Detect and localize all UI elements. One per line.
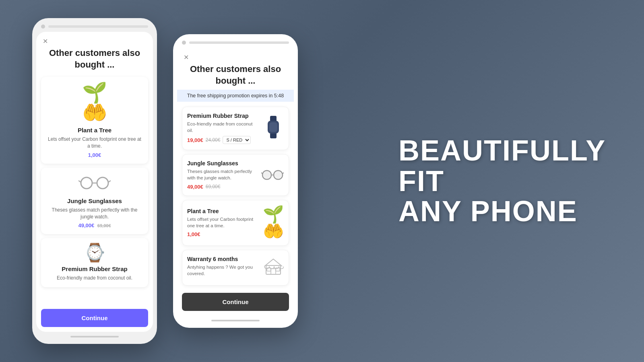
product-price-sunglasses-1: 49,00€ 69,00€ xyxy=(78,222,111,228)
product-card-plant-2: Plant a Tree Lets offset your Carbon foo… xyxy=(182,200,289,246)
phone-2-status-bar xyxy=(177,41,294,48)
product-desc-plant-2: Lets offset your Carbon footprint one tr… xyxy=(187,216,259,229)
svg-rect-5 xyxy=(270,116,277,121)
product-desc-plant: Lets offset your Carbon footprint one tr… xyxy=(47,136,142,150)
price-new-strap-2: 19,00€ xyxy=(187,137,203,143)
svg-line-3 xyxy=(78,181,81,182)
product-price-plant: 1,00€ xyxy=(88,152,101,158)
sunglasses-icon-1 xyxy=(78,173,111,193)
phone-2-close-button[interactable]: ✕ xyxy=(184,53,189,61)
phone-2-speaker xyxy=(189,41,289,44)
product-desc-strap-1: Eco-friendly made from coconut oil. xyxy=(57,275,132,282)
svg-rect-6 xyxy=(270,133,277,138)
product-name-strap-2: Premium Rubber Strap xyxy=(187,113,259,119)
product-info-strap-2: Premium Rubber Strap Eco-friendly made f… xyxy=(187,113,259,144)
svg-rect-8 xyxy=(269,122,277,132)
strap-icon-2 xyxy=(263,116,284,141)
phone-2: ✕ Other customers also bought ... The fr… xyxy=(173,34,298,328)
svg-point-0 xyxy=(81,177,92,189)
phone-1-speaker xyxy=(48,25,148,28)
svg-line-12 xyxy=(261,173,262,174)
phone-1: ✕ Other customers also bought ... 🌱🤲 Pla… xyxy=(32,18,157,344)
phone-1-camera xyxy=(41,25,45,29)
price-old-sunglasses-2: 69,00€ xyxy=(206,184,221,189)
plant-icon-2: 🌱🤲 xyxy=(263,206,284,240)
price-new-plant-2: 1,00€ xyxy=(187,231,200,237)
phone-2-products-list: Premium Rubber Strap Eco-friendly made f… xyxy=(177,103,294,290)
strap-icon-1: ⌚ xyxy=(84,244,106,261)
price-old-strap-2: 24,00€ xyxy=(206,137,221,143)
hero-title: BEAUTIFULLY FIT ANY PHONE xyxy=(398,136,620,227)
hero-text: BEAUTIFULLY FIT ANY PHONE xyxy=(398,136,620,227)
product-card-strap-1: ⌚ Premium Rubber Strap Eco-friendly made… xyxy=(41,238,148,287)
svg-line-13 xyxy=(283,173,284,174)
phone-1-continue-button[interactable]: Continue xyxy=(41,309,148,327)
product-name-sunglasses-1: Jungle Sunglasses xyxy=(67,197,122,204)
phone-2-modal-header: ✕ Other customers also bought ... xyxy=(177,48,294,90)
size-select-strap-2[interactable]: S / RED xyxy=(223,136,251,144)
price-new-sunglasses-2: 49,00€ xyxy=(187,184,203,190)
phone-2-continue-button[interactable]: Continue xyxy=(182,293,289,311)
phone-1-products-list: 🌱🤲 Plant a Tree Lets offset your Carbon … xyxy=(36,74,153,306)
product-desc-warranty: Antyhing happens ? We got you covered. xyxy=(187,264,259,277)
product-card-strap-2: Premium Rubber Strap Eco-friendly made f… xyxy=(182,107,289,150)
product-info-warranty: Warranty 6 months Antyhing happens ? We … xyxy=(187,256,259,279)
price-row-plant-2: 1,00€ xyxy=(187,231,259,237)
svg-rect-16 xyxy=(266,265,281,274)
phone-1-close-button[interactable]: ✕ xyxy=(43,37,48,45)
phone-1-modal-title: Other customers also bought ... xyxy=(43,47,147,70)
svg-point-1 xyxy=(97,177,108,189)
product-desc-strap-2: Eco-friendly made from coconut oil. xyxy=(187,121,259,134)
product-info-sunglasses-2: Jungle Sunglasses Theses glasses match p… xyxy=(187,160,257,189)
svg-point-15 xyxy=(275,171,282,179)
product-name-strap-1: Premium Rubber Strap xyxy=(62,265,127,272)
product-name-warranty: Warranty 6 months xyxy=(187,256,259,262)
product-desc-sunglasses-1: Theses glasses match perfectly with the … xyxy=(47,207,142,220)
product-card-warranty: Warranty 6 months Antyhing happens ? We … xyxy=(182,250,289,286)
product-name-sunglasses-2: Jungle Sunglasses xyxy=(187,160,257,167)
product-name-plant-2: Plant a Tree xyxy=(187,208,259,214)
product-desc-sunglasses-2: Theses glasses match perfectly with the … xyxy=(187,168,257,181)
phone-2-screen: ✕ Other customers also bought ... The fr… xyxy=(177,48,294,316)
product-card-sunglasses-2: Jungle Sunglasses Theses glasses match p… xyxy=(182,154,289,195)
phones-container: ✕ Other customers also bought ... 🌱🤲 Pla… xyxy=(0,18,298,344)
shipping-banner: The free shipping promotion expires in 5… xyxy=(177,90,294,102)
phone-1-screen: ✕ Other customers also bought ... 🌱🤲 Pla… xyxy=(36,32,153,332)
product-name-plant: Plant a Tree xyxy=(78,127,111,134)
phone-1-modal-header: ✕ Other customers also bought ... xyxy=(36,32,153,74)
product-card-sunglasses-1: Jungle Sunglasses Theses glasses match p… xyxy=(41,168,148,234)
svg-rect-17 xyxy=(271,269,276,274)
sunglasses-icon-2 xyxy=(261,167,284,183)
product-info-plant-2: Plant a Tree Lets offset your Carbon foo… xyxy=(187,208,259,237)
phone-1-bottom-bar xyxy=(70,336,119,337)
phone-2-modal-title: Other customers also bought ... xyxy=(184,64,287,86)
phone-1-status-bar xyxy=(36,25,153,32)
plant-icon: 🌱🤲 xyxy=(82,82,107,123)
warranty-icon xyxy=(263,256,284,280)
product-card-plant: 🌱🤲 Plant a Tree Lets offset your Carbon … xyxy=(41,77,148,164)
svg-line-4 xyxy=(108,181,111,182)
phone-2-camera xyxy=(182,41,186,45)
svg-point-14 xyxy=(263,171,270,179)
price-row-sunglasses-2: 49,00€ 69,00€ xyxy=(187,184,257,190)
phone-2-bottom-bar xyxy=(211,320,260,321)
price-row-strap-2: 19,00€ 24,00€ S / RED xyxy=(187,136,259,144)
